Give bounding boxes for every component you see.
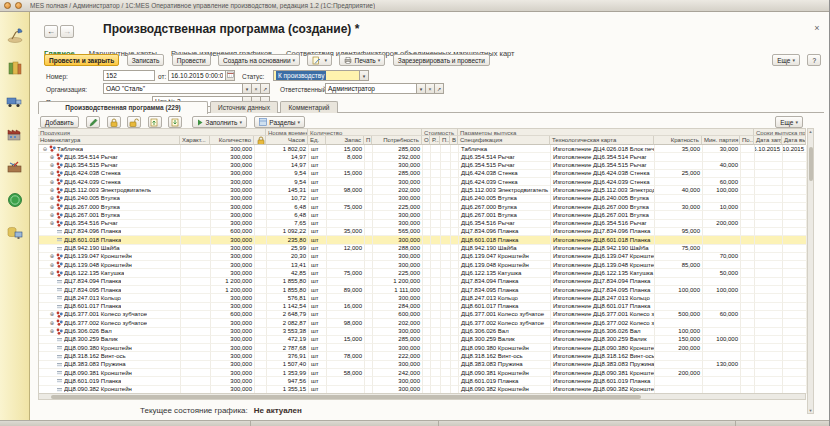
expand-icon[interactable]: ⊕ bbox=[49, 178, 55, 186]
column-header-d1[interactable]: Дата запуска bbox=[754, 136, 782, 145]
column-header-p[interactable]: П bbox=[364, 136, 372, 145]
expand-icon[interactable]: ⊕ bbox=[49, 220, 55, 228]
column-header-unit[interactable]: Ед. bbox=[308, 136, 326, 145]
column-header-mb[interactable]: Мин. партия bbox=[702, 136, 740, 145]
date-input[interactable] bbox=[168, 70, 226, 81]
move-down-icon[interactable] bbox=[168, 116, 182, 128]
back-button[interactable]: ← bbox=[44, 25, 58, 38]
table-row[interactable]: ДЦ8.247.013 Кольцо300,000576,81шт300,000… bbox=[39, 294, 806, 302]
column-header-lock[interactable] bbox=[254, 136, 266, 145]
column-header-hours[interactable]: Часов bbox=[266, 136, 308, 145]
table-row[interactable]: ДЦ8.090.381 Кронштейн300,0001 353,99шт58… bbox=[39, 369, 806, 377]
table-row[interactable]: ⊕ДЦ6.139.047 Кронштейн300,00020,30шт300,… bbox=[39, 253, 806, 261]
table-row[interactable]: ⊕ДЦ6.122.135 Катушка300,00042,85шт75,000… bbox=[39, 269, 806, 277]
expand-icon[interactable]: ⊕ bbox=[49, 311, 55, 319]
table-row[interactable]: ДЦ8.601.017 Планка300,0001 142,54шт16,00… bbox=[39, 303, 806, 311]
column-header-stock[interactable]: Запас bbox=[326, 136, 364, 145]
resp-clear-icon[interactable]: × bbox=[426, 83, 435, 94]
table-row[interactable]: ДЦ7.834.094 Планка1 200,0001 855,80шт1 2… bbox=[39, 278, 806, 286]
books-icon[interactable] bbox=[5, 58, 25, 78]
form-close-icon[interactable]: × bbox=[812, 23, 822, 33]
column-header-qty[interactable]: Количество bbox=[210, 136, 254, 145]
expand-icon[interactable]: ⊕ bbox=[49, 261, 55, 269]
move-up-icon[interactable] bbox=[148, 116, 162, 128]
expand-icon[interactable]: ⊕ bbox=[49, 328, 55, 336]
column-header-r[interactable]: Р... bbox=[430, 136, 440, 145]
column-header-tech[interactable]: Технологическая карта bbox=[550, 136, 654, 145]
table-row[interactable]: ДЦ8.383.083 Пружина300,0001 507,40шт300,… bbox=[39, 361, 806, 369]
status-combo[interactable]: К производству bbox=[273, 70, 360, 81]
horizontal-scrollbar[interactable] bbox=[38, 393, 806, 400]
table-row[interactable]: ДЦ7.834.096 Планка600,0001 092,22шт35,00… bbox=[39, 228, 806, 236]
status-dropdown-icon[interactable]: ▾ bbox=[360, 70, 369, 81]
table-row[interactable]: ⊕ДЦ5.112.003 Электродвигатель300,000145,… bbox=[39, 186, 806, 194]
table-row[interactable]: ⊕ДЦ6.377.001 Колесо зубчатое600,0002 648… bbox=[39, 311, 806, 319]
table-more-button[interactable]: Еще▾ bbox=[775, 116, 803, 128]
table-row[interactable]: ⊕ДЦ6.139.048 Кронштейн300,00013,41шт300,… bbox=[39, 261, 806, 269]
table-row[interactable]: ⊕ДЦ6.354.515 Рычаг300,00014,97шт300,000Д… bbox=[39, 162, 806, 170]
truck-icon[interactable] bbox=[5, 91, 25, 111]
column-header-o[interactable]: О bbox=[422, 136, 430, 145]
table-row[interactable]: ДЦ8.090.380 Кронштейн300,0002 787,68шт30… bbox=[39, 344, 806, 352]
toolbox-icon[interactable] bbox=[5, 157, 25, 177]
more-button[interactable]: Еще▾ bbox=[772, 54, 800, 66]
lock-open-icon[interactable] bbox=[127, 116, 141, 128]
org-open-icon[interactable]: ↗ bbox=[261, 83, 270, 94]
resp-open-icon[interactable]: ↗ bbox=[435, 83, 444, 94]
resp-dropdown-icon[interactable]: ▾ bbox=[417, 83, 426, 94]
collapse-icon[interactable]: ⊖ bbox=[42, 145, 48, 153]
create-based-on-button[interactable]: Создать на основании▾ bbox=[218, 54, 300, 66]
table-row[interactable]: ⊕ДЦ6.240.005 Втулка300,00010,72шт300,000… bbox=[39, 195, 806, 203]
expand-icon[interactable]: ⊕ bbox=[49, 153, 55, 161]
table-row[interactable]: ⊖Табличка300,0001 802,02шт15,000285,000Т… bbox=[39, 145, 806, 153]
window-minimize-button[interactable] bbox=[15, 2, 22, 9]
coin-icon[interactable] bbox=[5, 190, 25, 210]
org-dropdown-icon[interactable]: ▾ bbox=[243, 83, 252, 94]
sections-button[interactable]: Разделы▾ bbox=[254, 116, 305, 128]
help-button[interactable]: ? bbox=[807, 54, 821, 66]
expand-icon[interactable]: ⊕ bbox=[49, 211, 55, 219]
print-button[interactable]: Печать▾ bbox=[339, 54, 385, 66]
reserve-and-post-button[interactable]: Зарезервировать и провести bbox=[393, 54, 490, 66]
expand-icon[interactable]: ⊕ bbox=[49, 253, 55, 261]
save-button[interactable]: Записать bbox=[127, 54, 165, 66]
column-header-spec[interactable]: Спецификация bbox=[458, 136, 550, 145]
table-row[interactable]: ⊕ДЦ6.267.001 Втулка300,0006,48шт300,000Д… bbox=[39, 211, 806, 219]
table-row[interactable]: ⊕ДЦ6.267.000 Втулка300,0006,48шт75,00022… bbox=[39, 203, 806, 211]
table-row[interactable]: ⊕ДЦ6.377.002 Колесо зубчатое300,0002 082… bbox=[39, 319, 806, 327]
table-row[interactable]: ⊕ДЦ6.354.514 Рычаг300,00014,97шт8,000292… bbox=[39, 153, 806, 161]
vertical-scrollbar[interactable]: ▲ ▼ bbox=[807, 128, 814, 414]
edit-icon[interactable] bbox=[86, 116, 100, 128]
column-header-char[interactable]: Характ... bbox=[180, 136, 210, 145]
table-row[interactable]: ДЦ8.942.190 Шайба300,00025,99шт12,000288… bbox=[39, 245, 806, 253]
document-actions-button[interactable]: ▾ bbox=[307, 54, 332, 66]
calendar-icon[interactable] bbox=[226, 70, 235, 81]
column-header-v[interactable]: В bbox=[450, 136, 458, 145]
table-row[interactable]: ДЦ8.318.162 Винт-ось300,000376,91шт78,00… bbox=[39, 352, 806, 360]
expand-icon[interactable]: ⊕ bbox=[49, 269, 55, 277]
tab-comment[interactable]: Комментарий bbox=[280, 101, 338, 113]
desk-lamp-icon[interactable] bbox=[5, 25, 25, 45]
column-header-need[interactable]: Потребность bbox=[372, 136, 422, 145]
table-row[interactable]: ⊕ДЦ6.424.039 Стенка300,0009,54шт300,000Д… bbox=[39, 178, 806, 186]
table-row[interactable]: ⊕ДЦ6.424.038 Стенка300,0009,54шт15,00028… bbox=[39, 170, 806, 178]
factory-icon[interactable] bbox=[5, 124, 25, 144]
database-icon[interactable] bbox=[5, 223, 25, 243]
column-header-name[interactable]: Номенклатура bbox=[38, 136, 180, 145]
column-header-d2[interactable]: Дата выпуска bbox=[782, 136, 806, 145]
tab-production-program[interactable]: Производственная программа (229) bbox=[38, 101, 208, 114]
table-row[interactable]: ДЦ8.601.019 Планка300,000947,56шт300,000… bbox=[39, 377, 806, 385]
expand-icon[interactable]: ⊕ bbox=[49, 203, 55, 211]
post-and-close-button[interactable]: Провести и закрыть bbox=[44, 54, 119, 66]
expand-icon[interactable]: ⊕ bbox=[49, 170, 55, 178]
tab-data-source[interactable]: Источник данных bbox=[210, 101, 278, 113]
column-header-p2[interactable]: П... bbox=[440, 136, 450, 145]
window-close-button[interactable] bbox=[4, 2, 11, 9]
expand-icon[interactable]: ⊕ bbox=[49, 186, 55, 194]
table-row[interactable]: ДЦ8.300.259 Валик300,000472,19шт15,00028… bbox=[39, 336, 806, 344]
lock-closed-icon[interactable] bbox=[107, 116, 121, 128]
column-header-kr[interactable]: Кратность bbox=[654, 136, 702, 145]
table-row[interactable]: ДЦ8.601.018 Планка300,000235,80шт300,000… bbox=[39, 236, 806, 244]
number-input[interactable] bbox=[103, 70, 155, 81]
responsible-combo[interactable]: Администратор bbox=[325, 83, 417, 94]
